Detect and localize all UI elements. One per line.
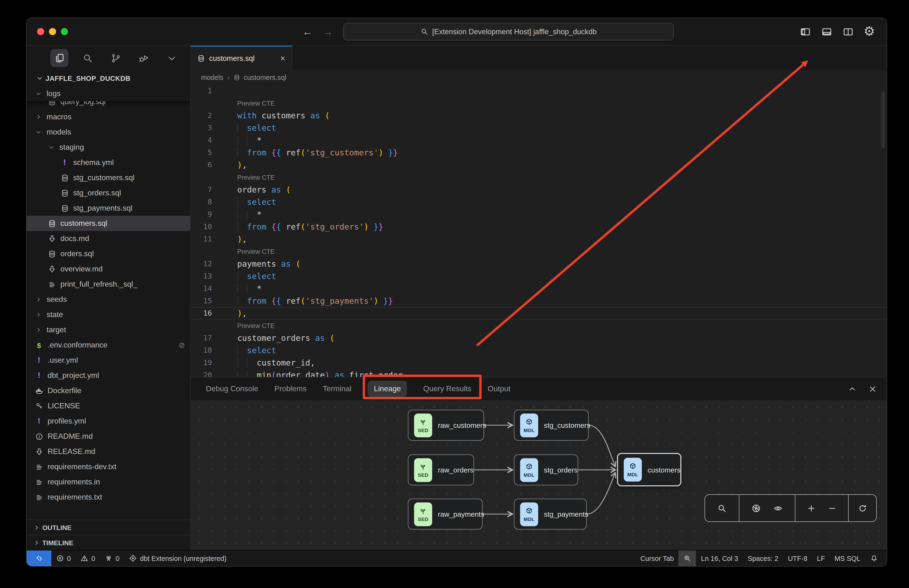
activity-files-icon[interactable] <box>50 49 68 67</box>
activity-debug-icon[interactable] <box>134 49 153 67</box>
codelens-preview-cte[interactable]: Preview CTE <box>191 245 886 258</box>
tree-item--env-conformance[interactable]: $.env.conformance <box>27 338 190 353</box>
refresh-icon[interactable] <box>857 503 867 513</box>
minimize-window-button[interactable] <box>49 28 56 35</box>
tree-item-requirements-txt[interactable]: requirements.txt <box>27 489 190 505</box>
status-utf-8[interactable]: UTF-8 <box>783 551 812 566</box>
tree-item-release-md[interactable]: RELEASE.md <box>27 444 190 459</box>
breadcrumb-file[interactable]: customers.sql <box>244 74 286 81</box>
node-label: stg_orders <box>544 466 578 474</box>
forward-icon[interactable]: → <box>323 26 333 37</box>
tree-item-models[interactable]: models <box>27 124 190 140</box>
search-icon[interactable] <box>717 503 727 513</box>
layout-panel-icon[interactable] <box>820 26 833 37</box>
lineage-node-raw_payments[interactable]: SEDraw_payments <box>408 499 483 530</box>
lineage-node-stg_orders[interactable]: MDLstg_orders <box>514 454 578 485</box>
tree-item-license[interactable]: LICENSE <box>27 398 190 414</box>
md-icon <box>46 234 58 243</box>
status-0[interactable]: 0 <box>76 551 100 566</box>
tree-item--user-yml[interactable]: !.user.yml <box>27 353 190 368</box>
layout-sidebar-icon[interactable] <box>799 26 811 37</box>
block-icon <box>178 341 186 349</box>
lineage-canvas[interactable]: SEDraw_customersMDLstg_customersSEDraw_o… <box>191 400 886 550</box>
tree-item-stg-customers-sql[interactable]: stg_customers.sql <box>27 170 190 186</box>
tree-item-docs-md[interactable]: docs.md <box>27 231 190 246</box>
activity-chevron-down-icon[interactable] <box>163 49 181 67</box>
tab-customers-sql[interactable]: customers.sql × <box>191 46 292 70</box>
status-lf[interactable]: LF <box>812 551 830 566</box>
explorer-root-header[interactable]: JAFFLE_SHOP_DUCKDB <box>27 70 190 86</box>
status-dbt-extension-unregistered-[interactable]: dbt Extension (unregistered) <box>124 551 231 566</box>
panel-tab-debug-console[interactable]: Debug Console <box>206 384 258 393</box>
gear-icon[interactable]: ⚙ <box>863 26 875 37</box>
tree-item-orders-sql[interactable]: orders.sql <box>27 246 190 262</box>
lineage-node-customers[interactable]: MDLcustomers <box>617 453 681 486</box>
chevron-up-icon[interactable] <box>848 384 857 393</box>
plus-icon[interactable] <box>806 503 816 513</box>
panel-tab-lineage[interactable]: Lineage <box>368 381 407 397</box>
tree-item-overview-md[interactable]: overview.md <box>27 262 190 277</box>
panel-tab-problems[interactable]: Problems <box>274 384 307 393</box>
tree-item-logs[interactable]: logs <box>27 86 190 101</box>
lineage-node-stg_customers[interactable]: MDLstg_customers <box>514 410 589 441</box>
status-ms-sql[interactable]: MS SQL <box>830 551 865 566</box>
codelens-preview-cte[interactable]: Preview CTE <box>191 320 886 332</box>
status-spaces-2[interactable]: Spaces: 2 <box>743 551 783 566</box>
status-0[interactable]: 0 <box>51 551 76 566</box>
close-icon[interactable] <box>868 384 877 393</box>
tree-item-target[interactable]: target <box>27 322 190 338</box>
tree-item-requirements-dev-txt[interactable]: requirements-dev.txt <box>27 459 190 474</box>
status-cursor-tab[interactable]: Cursor Tab <box>636 551 679 566</box>
status-remote[interactable] <box>27 551 51 566</box>
panel-tab-query-results[interactable]: Query Results <box>423 384 471 393</box>
tree-item-dbt-project-yml[interactable]: !dbt_project.yml <box>27 368 190 383</box>
breadcrumb[interactable]: models › customers.sql <box>191 70 886 85</box>
status-ln-16-col-3[interactable]: Ln 16, Col 3 <box>696 551 743 566</box>
zoom-window-button[interactable] <box>61 28 68 35</box>
tree-item-profiles-yml[interactable]: !profiles.yml <box>27 414 190 429</box>
eye-icon[interactable] <box>773 503 783 513</box>
editor-scrollbar[interactable] <box>881 91 885 148</box>
activity-search-icon[interactable] <box>78 49 97 67</box>
lineage-node-raw_customers[interactable]: SEDraw_customers <box>408 410 484 441</box>
panel-tab-output[interactable]: Output <box>488 384 510 393</box>
codelens-preview-cte[interactable]: Preview CTE <box>191 171 886 184</box>
status-zoom-in[interactable] <box>679 551 696 566</box>
minus-icon[interactable] <box>827 503 837 513</box>
layout-split-icon[interactable] <box>842 26 854 37</box>
code-editor[interactable]: 1Preview CTE2with customers as (3 select… <box>191 85 886 377</box>
tree-item-customers-sql[interactable]: customers.sql <box>27 216 190 231</box>
warn-icon: ! <box>59 158 70 167</box>
back-icon[interactable]: ← <box>302 26 312 37</box>
tree-item-seeds[interactable]: seeds <box>27 292 190 307</box>
panel-tab-terminal[interactable]: Terminal <box>323 384 352 393</box>
tree-item-requirements-in[interactable]: requirements.in <box>27 474 190 489</box>
status-0[interactable]: 0 <box>100 551 124 566</box>
close-window-button[interactable] <box>37 28 44 35</box>
lineage-node-raw_orders[interactable]: SEDraw_orders <box>408 454 474 485</box>
tree-item-macros[interactable]: macros <box>27 109 190 124</box>
node-label: raw_orders <box>438 466 473 474</box>
tree-item-state[interactable]: state <box>27 307 190 322</box>
breadcrumb-folder[interactable]: models <box>201 74 223 81</box>
aperture-icon[interactable] <box>751 503 761 513</box>
tree-item-stg-payments-sql[interactable]: stg_payments.sql <box>27 200 190 216</box>
tree-item-staging[interactable]: staging <box>27 140 190 155</box>
command-center[interactable]: [Extension Development Host] jaffle_shop… <box>343 23 674 40</box>
tree-item-label: .env.conformance <box>48 341 107 349</box>
timeline-section-header[interactable]: TIMELINE <box>27 535 190 550</box>
status-bell[interactable] <box>865 551 883 566</box>
outline-section-header[interactable]: OUTLINE <box>27 520 190 535</box>
tree-item-query-log-sql[interactable]: query_log.sql <box>27 101 190 109</box>
codelens-preview-cte[interactable]: Preview CTE <box>191 97 886 109</box>
tree-item-readme-md[interactable]: README.md <box>27 429 190 444</box>
tree-item-print-full-refresh-sql-[interactable]: print_full_refresh._sql_ <box>27 277 190 292</box>
status-label: 0 <box>67 554 71 562</box>
close-tab-icon[interactable]: × <box>280 53 285 63</box>
tree-item-dockerfile[interactable]: Dockerfile <box>27 383 190 398</box>
lineage-node-stg_payments[interactable]: MDLstg_payments <box>514 499 587 530</box>
activity-source-control-icon[interactable] <box>107 49 124 67</box>
tree-item-schema-yml[interactable]: !schema.yml <box>27 155 190 170</box>
tree-item-stg-orders-sql[interactable]: stg_orders.sql <box>27 186 190 200</box>
dbt-logo-icon <box>129 554 137 562</box>
